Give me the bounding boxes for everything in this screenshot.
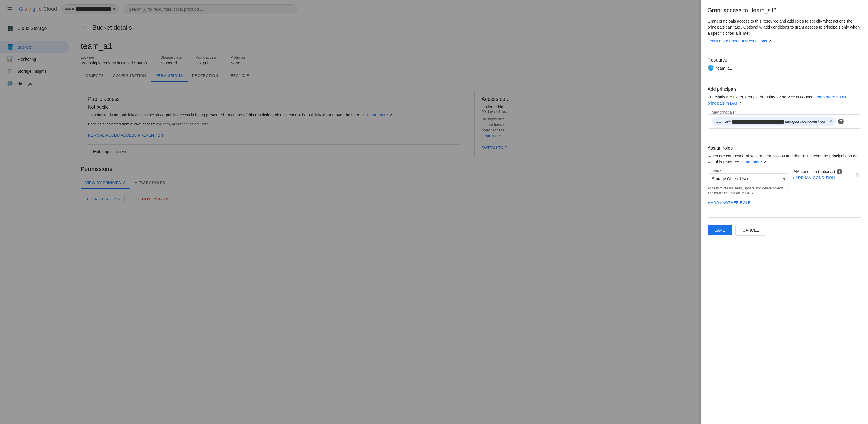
- panel-divider-1: [708, 53, 861, 53]
- assign-roles-section: Assign roles Roles are composed of sets …: [708, 146, 861, 207]
- bucket-resource-icon: 🪣: [708, 65, 714, 71]
- principal-chip: team-a@ iam.gserviceaccount.com ✕: [712, 117, 836, 126]
- panel-title: Grant access to "team_a1": [708, 7, 861, 13]
- iam-condition-label: IAM condition (optional) ?: [793, 169, 850, 174]
- role-row-1: Role * Storage Object User Storage Objec…: [708, 169, 861, 196]
- panel-divider-4: [708, 218, 861, 218]
- resource-item: 🪣 team_a1: [708, 65, 861, 71]
- new-principals-field: New principals * team-a@ iam.gserviceacc…: [708, 110, 861, 129]
- chip-redacted-part: [732, 119, 784, 123]
- principals-desc: Principals are users, groups, domains, o…: [708, 94, 861, 106]
- chip-close-icon[interactable]: ✕: [829, 118, 833, 125]
- assign-roles-title: Assign roles: [708, 146, 861, 151]
- role-select-wrapper: Storage Object User Storage Object Admin…: [708, 173, 788, 184]
- cancel-button[interactable]: CANCEL: [735, 225, 766, 236]
- iam-conditions-link-container: Learn more about IAM conditions ↗: [708, 39, 861, 43]
- delete-role-icon[interactable]: 🗑: [854, 171, 861, 179]
- chip-prefix: team-a@: [715, 119, 731, 123]
- resource-section-title: Resource: [708, 57, 861, 63]
- roles-desc: Roles are composed of sets of permission…: [708, 153, 861, 165]
- chip-suffix: iam.gserviceaccount.com: [785, 119, 828, 123]
- new-principals-legend: New principals *: [710, 110, 861, 114]
- principals-input[interactable]: team-a@ iam.gserviceaccount.com ✕ ?: [708, 114, 861, 129]
- role-field-wrapper: Role * Storage Object User Storage Objec…: [708, 169, 789, 196]
- add-iam-condition-button[interactable]: + ADD IAM CONDITION: [793, 176, 835, 180]
- save-button[interactable]: SAVE: [708, 225, 732, 235]
- role-select[interactable]: Storage Object User Storage Object Admin…: [708, 173, 788, 184]
- iam-conditions-link[interactable]: Learn more about IAM conditions: [708, 39, 767, 43]
- grant-access-panel: Grant access to "team_a1" Grant principa…: [701, 0, 868, 424]
- role-description: Access to create, read, update and delet…: [708, 186, 789, 196]
- learn-more-roles-link[interactable]: Learn more: [741, 160, 762, 164]
- role-legend: Role *: [710, 169, 788, 173]
- panel-actions: SAVE CANCEL: [708, 225, 861, 236]
- panel-divider-3: [708, 141, 861, 141]
- role-fieldset: Role * Storage Object User Storage Objec…: [708, 169, 789, 185]
- resource-section: Resource 🪣 team_a1: [708, 57, 861, 71]
- new-principals-fieldset: New principals * team-a@ iam.gserviceacc…: [708, 110, 861, 129]
- panel-description: Grant principals access to this resource…: [708, 18, 861, 36]
- iam-condition-help-icon[interactable]: ?: [837, 169, 842, 174]
- add-another-role-button[interactable]: + ADD ANOTHER ROLE: [708, 198, 750, 207]
- add-principals-title: Add principals: [708, 87, 861, 92]
- panel-divider-2: [708, 82, 861, 82]
- resource-name: team_a1: [716, 66, 732, 70]
- new-principals-help-icon[interactable]: ?: [838, 119, 844, 124]
- add-principals-section: Add principals Principals are users, gro…: [708, 87, 861, 130]
- iam-condition-section: IAM condition (optional) ? + ADD IAM CON…: [793, 169, 850, 180]
